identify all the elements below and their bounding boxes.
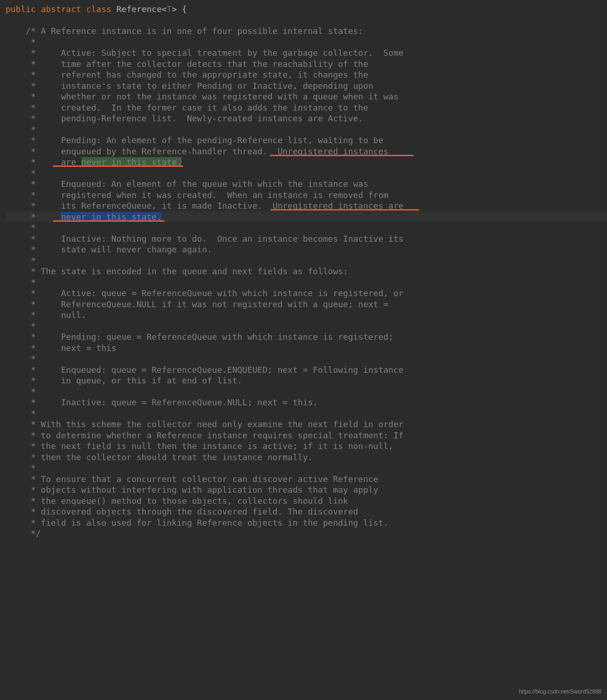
comment-line: * <box>6 256 36 265</box>
comment-line: * then the collector should treat the in… <box>6 452 313 462</box>
keyword-class: class <box>86 4 111 14</box>
comment-line: * Inactive: queue = ReferenceQueue.NULL;… <box>6 397 318 407</box>
comment-line: * discovered objects through the discove… <box>6 507 358 516</box>
code-editor[interactable]: public abstract class Reference<T> { /* … <box>0 0 607 539</box>
comment-line: * <box>6 37 36 47</box>
comment-line: * To ensure that a concurrent collector … <box>6 474 378 484</box>
comment-line: * ReferenceQueue.NULL if it was not regi… <box>6 299 389 309</box>
comment-line: * time after the collector detects that … <box>6 59 368 69</box>
comment-line: * created. In the former case it also ad… <box>6 103 368 112</box>
comment-line: * <box>6 463 36 473</box>
comment-line: * registered when it was created. When a… <box>6 190 389 200</box>
comment-line: * <box>6 387 36 396</box>
comment-line: * the next field is null then the instan… <box>6 441 393 451</box>
annotation-underline <box>271 209 419 211</box>
comment-line: * instance's state to either Pending or … <box>6 81 373 91</box>
comment-line: * Active: Subject to special treatment b… <box>6 48 403 58</box>
comment-line: * null. <box>6 310 86 320</box>
comment-line: * <box>6 321 36 331</box>
generic-open: < <box>162 4 167 14</box>
comment-line: * <box>6 277 36 287</box>
comment-line: * The state is encoded in the queue and … <box>6 266 348 276</box>
comment-line: * referent has changed to the appropriat… <box>6 70 368 79</box>
comment-line: * pending-Reference list. Newly-created … <box>6 113 363 123</box>
comment-line: */ <box>6 528 41 538</box>
comment-line: * the enqueue() method to those objects,… <box>6 496 348 506</box>
generic-close: > <box>172 4 177 14</box>
annotation-underline <box>270 155 414 156</box>
comment-line: /* A Reference instance is in one of fou… <box>6 26 363 36</box>
class-name: Reference <box>116 4 162 14</box>
comment-line: * <box>6 354 36 363</box>
open-brace: { <box>177 4 187 14</box>
comment-line: * With this scheme the collector need on… <box>6 419 403 429</box>
annotation-underline <box>53 220 165 222</box>
generic-param: T <box>167 4 172 14</box>
comment-line: * <box>6 168 36 178</box>
comment-line: * next = this <box>6 343 116 353</box>
comment-line: * Pending: An element of the pending-Ref… <box>6 135 383 145</box>
comment-line: * state will never change again. <box>6 244 212 254</box>
annotation-underline <box>53 165 183 167</box>
comment-line: * Enqueued: An element of the queue with… <box>6 179 368 189</box>
comment-line: * <box>6 125 36 134</box>
keyword-abstract: abstract <box>41 4 81 14</box>
comment-line: * Active: queue = ReferenceQueue with wh… <box>6 288 403 298</box>
comment-line: * <box>6 409 36 418</box>
comment-line: * objects without interfering with appli… <box>6 485 378 495</box>
comment-line: * field is also used for linking Referen… <box>6 518 389 528</box>
comment-line: * in queue, or this if at end of list. <box>6 376 242 385</box>
comment-line: * Inactive: Nothing more to do. Once an … <box>6 234 403 244</box>
keyword-public: public <box>6 4 36 14</box>
watermark-text: https://blog.csdn.net/Sword52888 <box>519 687 601 698</box>
class-declaration: public abstract class Reference<T> { <box>6 4 187 14</box>
comment-line: * to determine whether a Reference insta… <box>6 430 403 440</box>
comment-line: * Enqueued: queue = ReferenceQueue.ENQUE… <box>6 365 403 375</box>
comment-line: * Pending: queue = ReferenceQueue with w… <box>6 332 393 342</box>
comment-line: * <box>6 223 36 232</box>
comment-line: * whether or not the instance was regist… <box>6 92 398 101</box>
